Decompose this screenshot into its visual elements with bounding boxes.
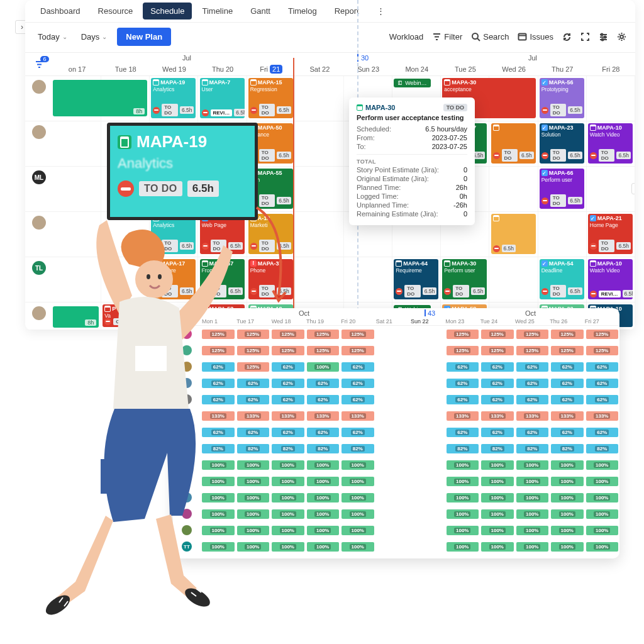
workload-cell[interactable]: 125%: [447, 346, 479, 355]
workload-cell[interactable]: 125%: [307, 346, 340, 355]
task-card[interactable]: MAPA-23SolutionTO DO6.5h: [540, 123, 584, 164]
day-header[interactable]: on 17: [53, 65, 101, 75]
workload-cell[interactable]: 125%: [272, 346, 304, 355]
workload-cell[interactable]: 100%: [551, 477, 584, 486]
workload-cell[interactable]: 125%: [341, 330, 374, 339]
workload-cell[interactable]: 100%: [202, 526, 235, 535]
workload-cell[interactable]: 82%: [481, 444, 514, 453]
workload-cell[interactable]: 100%: [481, 460, 514, 470]
workload-cell[interactable]: 100%: [551, 526, 584, 535]
tab-timeline[interactable]: Timeline: [194, 3, 240, 19]
workload-cell[interactable]: 100%: [237, 542, 270, 552]
workload-cell[interactable]: 133%: [272, 411, 304, 421]
workload-cell[interactable]: 100%: [447, 542, 479, 552]
task-card[interactable]: MAPA-7UserREVI…6.5h: [200, 78, 245, 118]
day-header[interactable]: Mon 24: [392, 65, 441, 75]
workload-cell[interactable]: 100%: [447, 509, 479, 519]
workload-cell[interactable]: 62%: [586, 395, 619, 404]
workload-cell[interactable]: 100%: [272, 509, 304, 519]
workload-cell[interactable]: 62%: [551, 379, 584, 388]
workload-cell[interactable]: 125%: [237, 346, 270, 355]
workload-cell[interactable]: 100%: [481, 477, 514, 486]
day-header[interactable]: Wed 26: [489, 65, 538, 75]
workload-cell[interactable]: 100%: [272, 460, 304, 470]
workload-cell[interactable]: 125%: [516, 330, 549, 339]
filter-button[interactable]: Filter: [432, 32, 462, 42]
workload-cell[interactable]: 133%: [341, 411, 374, 421]
workload-cell[interactable]: 100%: [307, 542, 340, 552]
workload-cell[interactable]: 100%: [237, 460, 270, 470]
workload-cell[interactable]: 100%: [341, 460, 374, 470]
workload-cell[interactable]: 62%: [202, 379, 235, 388]
tabs-more-icon[interactable]: ⋮: [369, 3, 392, 19]
workload-cell[interactable]: 100%: [447, 460, 479, 470]
workload-cell[interactable]: 100%: [202, 542, 235, 552]
workload-cell[interactable]: 100%: [237, 509, 270, 519]
workload-cell[interactable]: 125%: [481, 330, 514, 339]
workload-cell[interactable]: 100%: [202, 493, 235, 502]
avatar[interactable]: ◆: [182, 476, 192, 486]
workload-cell[interactable]: 100%: [551, 509, 584, 519]
workload-cell[interactable]: 100%: [516, 460, 549, 470]
workload-cell[interactable]: 100%: [272, 526, 304, 535]
tab-schedule[interactable]: Schedule: [143, 3, 192, 19]
workload-cell[interactable]: 100%: [341, 509, 374, 519]
workload-cell[interactable]: 100%: [516, 542, 549, 552]
task-card[interactable]: MAPA-15RegressionTO DO6.5h: [248, 78, 293, 118]
workload-cell[interactable]: 100%: [202, 460, 235, 470]
refresh-button[interactable]: [562, 32, 572, 42]
workload-cell[interactable]: 100%: [307, 493, 340, 502]
new-plan-button[interactable]: New Plan: [117, 28, 171, 46]
workload-cell[interactable]: 133%: [481, 411, 514, 421]
workload-cell[interactable]: 125%: [551, 346, 584, 355]
workload-cell[interactable]: 100%: [341, 542, 374, 552]
workload-cell[interactable]: 133%: [307, 411, 340, 421]
workload-cell[interactable]: 100%: [551, 460, 584, 470]
expand-button[interactable]: [580, 32, 590, 42]
workload-cell[interactable]: 100%: [551, 493, 584, 502]
workload-cell[interactable]: 62%: [237, 379, 270, 388]
day-header[interactable]: Sat 22: [296, 65, 344, 75]
workload-cell[interactable]: 125%: [551, 330, 584, 339]
issues-button[interactable]: Issues: [518, 32, 553, 42]
workload-cell[interactable]: 125%: [447, 330, 479, 339]
workload-cell[interactable]: 100%: [341, 477, 374, 486]
avatar[interactable]: [182, 362, 192, 372]
workload-cell[interactable]: 100%: [481, 526, 514, 535]
workload-cell[interactable]: 62%: [341, 362, 374, 372]
workload-cell[interactable]: 125%: [237, 362, 270, 372]
workload-cell[interactable]: 62%: [447, 379, 479, 388]
tab-resource[interactable]: Resource: [91, 3, 141, 19]
task-card[interactable]: MAPA-21Home PageTO DO6.5h: [588, 214, 633, 254]
workload-cell[interactable]: 62%: [516, 428, 549, 437]
workload-cell[interactable]: 62%: [516, 379, 549, 388]
allocation-bar[interactable]: 8h: [53, 80, 147, 116]
task-card[interactable]: MAPA-17App storeTO DO6.5h: [151, 259, 196, 299]
day-header[interactable]: Fri 21: [247, 65, 296, 75]
workload-cell[interactable]: 133%: [551, 411, 584, 421]
workload-cell[interactable]: 62%: [586, 362, 619, 372]
workload-link[interactable]: Workload: [389, 32, 424, 42]
task-card[interactable]: MAPA-30Perform userTO DO6.5h: [442, 259, 487, 299]
workload-cell[interactable]: 100%: [586, 542, 619, 552]
workload-cell[interactable]: 62%: [341, 428, 374, 437]
event-chip[interactable]: 🗓Webin…: [394, 79, 430, 87]
task-card[interactable]: PVaO DO6.5: [103, 304, 147, 327]
avatar[interactable]: TT: [182, 541, 192, 552]
workload-cell[interactable]: 100%: [237, 493, 270, 502]
workload-cell[interactable]: 100%: [586, 509, 619, 519]
workload-cell[interactable]: 82%: [272, 444, 304, 453]
workload-cell[interactable]: 125%: [481, 346, 514, 355]
task-card[interactable]: MAPA-10Watch VideoTO DO6.5h: [588, 123, 633, 164]
task-card[interactable]: MAPA-66Perform userTO DO6.5h: [540, 169, 584, 209]
task-card[interactable]: MAPA-64RequiremeTO DO6.5h: [394, 259, 438, 299]
workload-cell[interactable]: 100%: [516, 493, 549, 502]
task-card[interactable]: MAPA-10Watch VideoREVI…6.5h: [588, 259, 633, 299]
workload-cell[interactable]: 82%: [307, 444, 340, 453]
row-filter-icon[interactable]: 6: [35, 60, 44, 69]
avatar[interactable]: [182, 345, 192, 355]
task-card[interactable]: MAPA-19AnalyticsTO DO6.5h: [151, 78, 196, 118]
allocation-bar[interactable]: 8h: [53, 306, 99, 328]
task-card[interactable]: 6.5h: [491, 214, 536, 254]
workload-cell[interactable]: 62%: [586, 379, 619, 388]
